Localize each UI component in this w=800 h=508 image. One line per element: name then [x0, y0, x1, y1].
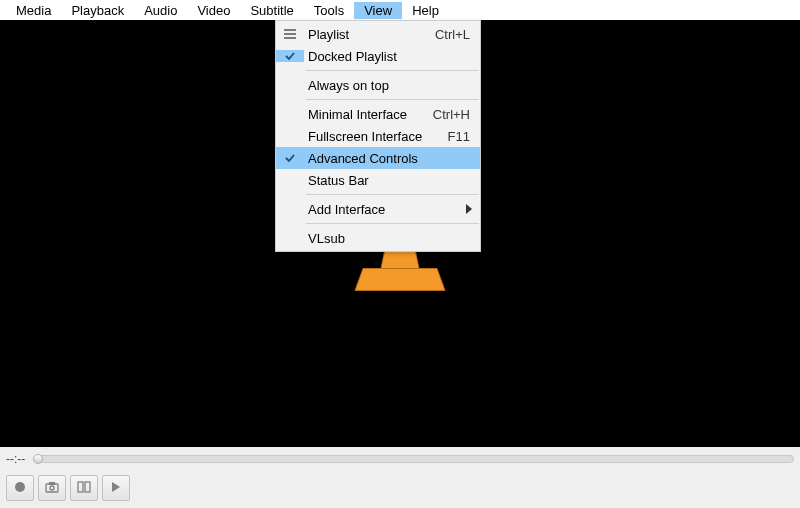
svg-marker-0 [355, 268, 445, 290]
menu-view[interactable]: View [354, 2, 402, 19]
svg-rect-7 [46, 484, 58, 492]
menu-separator [306, 70, 479, 71]
seek-slider[interactable] [33, 455, 794, 463]
menubar: Media Playback Audio Video Subtitle Tool… [0, 0, 800, 20]
svg-marker-5 [466, 204, 472, 214]
menu-item-vlsub[interactable]: VLsub [276, 227, 480, 249]
snapshot-icon [45, 481, 59, 496]
menu-subtitle[interactable]: Subtitle [240, 2, 303, 19]
seek-row: --:-- [0, 447, 800, 471]
menu-item-label: Always on top [304, 78, 470, 93]
menu-help[interactable]: Help [402, 2, 449, 19]
menu-item-playlist[interactable]: Playlist Ctrl+L [276, 23, 480, 45]
record-button[interactable] [6, 475, 34, 501]
time-elapsed: --:-- [6, 452, 25, 466]
menu-audio[interactable]: Audio [134, 2, 187, 19]
menu-separator [306, 99, 479, 100]
menu-item-label: VLsub [304, 231, 470, 246]
menu-item-fullscreen-interface[interactable]: Fullscreen Interface F11 [276, 125, 480, 147]
menu-item-label: Playlist [304, 27, 435, 42]
menu-item-docked-playlist[interactable]: Docked Playlist [276, 45, 480, 67]
loop-ab-button[interactable] [70, 475, 98, 501]
svg-rect-10 [78, 482, 83, 492]
playlist-icon [276, 29, 304, 39]
menu-video[interactable]: Video [187, 2, 240, 19]
menu-item-status-bar[interactable]: Status Bar [276, 169, 480, 191]
controls-area: --:-- [0, 447, 800, 508]
advanced-controls-row [0, 471, 800, 505]
menu-item-label: Fullscreen Interface [304, 129, 448, 144]
menu-item-shortcut: Ctrl+L [435, 27, 480, 42]
svg-marker-12 [112, 482, 120, 492]
check-icon [276, 50, 304, 62]
check-icon [276, 152, 304, 164]
svg-point-6 [15, 482, 25, 492]
menu-item-label: Advanced Controls [304, 151, 470, 166]
menu-playback[interactable]: Playback [61, 2, 134, 19]
menu-media[interactable]: Media [6, 2, 61, 19]
frame-step-icon [110, 481, 122, 496]
frame-step-button[interactable] [102, 475, 130, 501]
menu-item-shortcut: F11 [448, 129, 480, 144]
record-icon [14, 481, 26, 496]
menu-item-advanced-controls[interactable]: Advanced Controls [276, 147, 480, 169]
svg-rect-8 [49, 482, 55, 485]
chevron-right-icon [466, 202, 472, 217]
snapshot-button[interactable] [38, 475, 66, 501]
menu-separator [306, 223, 479, 224]
menu-tools[interactable]: Tools [304, 2, 354, 19]
menu-item-label: Minimal Interface [304, 107, 433, 122]
seek-knob[interactable] [33, 454, 43, 464]
menu-item-always-on-top[interactable]: Always on top [276, 74, 480, 96]
svg-rect-11 [85, 482, 90, 492]
menu-item-label: Status Bar [304, 173, 470, 188]
menu-separator [306, 194, 479, 195]
menu-item-label: Docked Playlist [304, 49, 470, 64]
menu-item-minimal-interface[interactable]: Minimal Interface Ctrl+H [276, 103, 480, 125]
view-dropdown: Playlist Ctrl+L Docked Playlist Always o… [275, 20, 481, 252]
menu-item-label: Add Interface [304, 202, 480, 217]
svg-point-9 [50, 486, 54, 490]
menu-item-add-interface[interactable]: Add Interface [276, 198, 480, 220]
menu-item-shortcut: Ctrl+H [433, 107, 480, 122]
loop-icon [77, 481, 91, 496]
